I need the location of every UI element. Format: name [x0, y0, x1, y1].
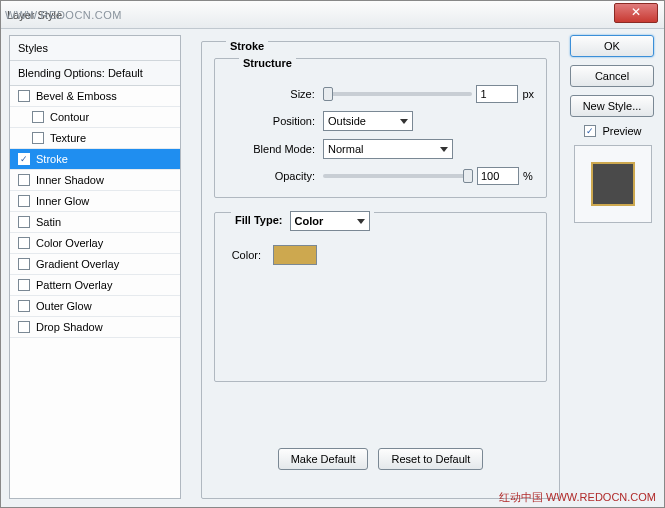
style-item-bevel-emboss[interactable]: Bevel & Emboss: [10, 86, 180, 107]
structure-title: Structure: [239, 57, 296, 69]
preview-checkbox[interactable]: ✓: [584, 125, 596, 137]
preview-thumbnail: [574, 145, 652, 223]
style-item-label: Inner Glow: [36, 195, 89, 207]
checkbox[interactable]: ✓: [18, 153, 30, 165]
color-swatch[interactable]: [273, 245, 317, 265]
opacity-input[interactable]: 100: [477, 167, 519, 185]
style-item-label: Color Overlay: [36, 237, 103, 249]
checkbox[interactable]: [32, 111, 44, 123]
checkbox[interactable]: [18, 258, 30, 270]
color-label: Color:: [227, 249, 267, 261]
style-item-inner-shadow[interactable]: Inner Shadow: [10, 170, 180, 191]
position-label: Position:: [227, 115, 323, 127]
blending-options-header[interactable]: Blending Options: Default: [10, 61, 180, 86]
styles-panel: Styles Blending Options: Default Bevel &…: [9, 35, 181, 499]
style-item-satin[interactable]: Satin: [10, 212, 180, 233]
size-label: Size:: [227, 88, 323, 100]
filltype-label: Fill Type:: [235, 214, 282, 226]
opacity-slider[interactable]: [323, 174, 473, 178]
style-item-color-overlay[interactable]: Color Overlay: [10, 233, 180, 254]
checkbox[interactable]: [18, 321, 30, 333]
opacity-unit: %: [523, 170, 533, 182]
checkbox[interactable]: [32, 132, 44, 144]
blend-mode-label: Blend Mode:: [227, 143, 323, 155]
new-style-button[interactable]: New Style...: [570, 95, 654, 117]
style-item-label: Inner Shadow: [36, 174, 104, 186]
style-item-label: Texture: [50, 132, 86, 144]
style-item-drop-shadow[interactable]: Drop Shadow: [10, 317, 180, 338]
make-default-button[interactable]: Make Default: [278, 448, 369, 470]
style-item-label: Stroke: [36, 153, 68, 165]
size-slider[interactable]: [323, 92, 473, 96]
footer-watermark: 红动中国 WWW.REDOCN.COM: [499, 490, 656, 505]
chevron-down-icon: [400, 119, 408, 124]
style-item-label: Contour: [50, 111, 89, 123]
size-unit: px: [522, 88, 534, 100]
style-item-label: Drop Shadow: [36, 321, 103, 333]
filltype-dropdown[interactable]: Color: [290, 211, 370, 231]
style-item-stroke[interactable]: ✓Stroke: [10, 149, 180, 170]
reset-default-button[interactable]: Reset to Default: [378, 448, 483, 470]
checkbox[interactable]: [18, 279, 30, 291]
opacity-label: Opacity:: [227, 170, 323, 182]
checkbox[interactable]: [18, 300, 30, 312]
style-item-label: Satin: [36, 216, 61, 228]
style-item-texture[interactable]: Texture: [10, 128, 180, 149]
size-input[interactable]: 1: [476, 85, 518, 103]
checkbox[interactable]: [18, 237, 30, 249]
style-item-label: Bevel & Emboss: [36, 90, 117, 102]
position-dropdown[interactable]: Outside: [323, 111, 413, 131]
checkbox[interactable]: [18, 90, 30, 102]
style-item-pattern-overlay[interactable]: Pattern Overlay: [10, 275, 180, 296]
style-item-inner-glow[interactable]: Inner Glow: [10, 191, 180, 212]
style-item-outer-glow[interactable]: Outer Glow: [10, 296, 180, 317]
titlebar: WWW.REDOCN.COM Layer Style ✕: [1, 1, 664, 29]
style-item-contour[interactable]: Contour: [10, 107, 180, 128]
preview-label: Preview: [602, 125, 641, 137]
fill-group: Fill Type: Color Color:: [214, 212, 547, 382]
checkbox[interactable]: [18, 216, 30, 228]
stroke-group: Stroke Structure Size: 1 px Position: Ou…: [201, 41, 560, 499]
close-button[interactable]: ✕: [614, 3, 658, 23]
checkbox[interactable]: [18, 195, 30, 207]
cancel-button[interactable]: Cancel: [570, 65, 654, 87]
watermark-top: WWW.REDOCN.COM: [5, 9, 122, 21]
styles-header[interactable]: Styles: [10, 36, 180, 61]
chevron-down-icon: [357, 219, 365, 224]
style-item-label: Gradient Overlay: [36, 258, 119, 270]
structure-group: Structure Size: 1 px Position: Outside B…: [214, 58, 547, 198]
style-item-label: Pattern Overlay: [36, 279, 112, 291]
stroke-title: Stroke: [226, 40, 268, 52]
style-item-label: Outer Glow: [36, 300, 92, 312]
ok-button[interactable]: OK: [570, 35, 654, 57]
chevron-down-icon: [440, 147, 448, 152]
checkbox[interactable]: [18, 174, 30, 186]
style-item-gradient-overlay[interactable]: Gradient Overlay: [10, 254, 180, 275]
blend-mode-dropdown[interactable]: Normal: [323, 139, 453, 159]
